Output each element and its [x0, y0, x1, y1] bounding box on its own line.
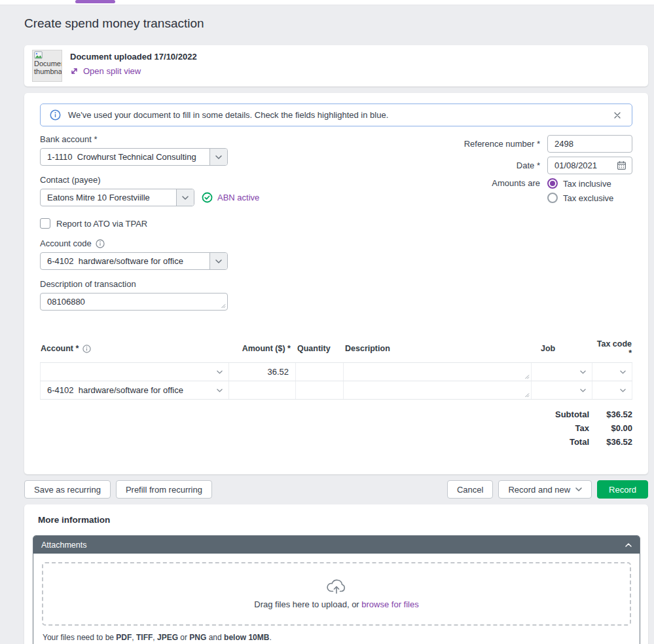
description-textarea[interactable]: 08106880: [40, 293, 228, 311]
abn-status-label: ABN active: [217, 193, 259, 202]
chevron-down-icon[interactable]: [580, 388, 586, 392]
attachments-header[interactable]: Attachments: [33, 536, 640, 554]
account-code-select[interactable]: 6-4102 hardware/software for office: [40, 252, 228, 270]
date-input-wrap: [547, 157, 632, 174]
chevron-down-icon[interactable]: [620, 370, 626, 374]
actions-bar: Save as recurring Prefill from recurring…: [24, 480, 648, 499]
contact-select[interactable]: Eatons Mitre 10 Forestviille: [40, 189, 194, 206]
quantity-cell[interactable]: [296, 381, 344, 399]
account-column-header: Account *: [40, 344, 229, 353]
record-button[interactable]: Record: [597, 480, 648, 499]
resize-handle-icon[interactable]: [496, 392, 530, 398]
contact-value: Eatons Mitre 10 Forestviille: [41, 189, 176, 206]
chevron-down-icon[interactable]: [217, 370, 223, 374]
tax-code-column-header: Tax code *: [592, 339, 632, 358]
bank-account-select[interactable]: 1-1110 Crowhurst Technical Consulting: [40, 148, 228, 166]
dropzone-text: Drag files here to upload, or browse for…: [254, 599, 418, 609]
line-items-table: Account * Amount ($) * Quantity Descript…: [40, 339, 632, 400]
active-tab-indicator: [75, 0, 115, 3]
cancel-button[interactable]: Cancel: [447, 480, 493, 499]
amounts-are-radio-group: Tax inclusive Tax exclusive: [547, 178, 632, 203]
prefill-from-recurring-button[interactable]: Prefill from recurring: [116, 480, 212, 499]
job-cell[interactable]: [532, 363, 592, 381]
document-info: Document uploaded 17/10/2022 Open split …: [70, 50, 197, 77]
chevron-down-icon: [575, 487, 582, 491]
description-cell[interactable]: [344, 381, 532, 399]
quantity-cell[interactable]: [296, 363, 344, 381]
reference-number-input[interactable]: [547, 135, 632, 153]
subtotal-value: $36.52: [598, 410, 632, 419]
total-value: $36.52: [598, 438, 632, 446]
attachments-panel: Attachments Drag files here to upload, o…: [33, 535, 640, 644]
info-banner: We've used your document to fill in some…: [40, 104, 632, 126]
bank-account-label: Bank account *: [40, 135, 367, 144]
tax-inclusive-option[interactable]: Tax inclusive: [547, 178, 632, 189]
tax-code-cell[interactable]: [592, 363, 632, 381]
file-dropzone[interactable]: Drag files here to upload, or browse for…: [42, 562, 631, 626]
browse-for-files-link[interactable]: browse for files: [361, 599, 418, 609]
chevron-down-icon[interactable]: [217, 388, 223, 392]
subtotal-label: Subtotal: [555, 410, 589, 419]
amount-cell[interactable]: [229, 381, 296, 399]
tpar-checkbox[interactable]: [40, 218, 50, 229]
document-thumbnail[interactable]: Document thumbnail: [32, 50, 62, 82]
record-and-new-button[interactable]: Record and new: [498, 480, 592, 499]
tax-row: Tax $0.00: [575, 424, 632, 432]
job-cell[interactable]: [532, 381, 592, 399]
req-text: .: [269, 633, 271, 642]
req-pdf: PDF: [116, 633, 132, 642]
req-jpeg: JPEG: [157, 633, 178, 642]
table-header-row: Account * Amount ($) * Quantity Descript…: [40, 339, 632, 362]
tax-value: $0.00: [598, 424, 632, 432]
description-column-header: Description: [344, 344, 532, 353]
chevron-up-icon[interactable]: [625, 543, 632, 547]
description-cell[interactable]: [344, 363, 532, 381]
chevron-down-icon[interactable]: [580, 370, 586, 374]
reference-number-row: Reference number *: [397, 135, 632, 153]
tax-exclusive-option[interactable]: Tax exclusive: [547, 193, 632, 203]
account-cell[interactable]: [40, 363, 229, 381]
chevron-down-icon[interactable]: [176, 189, 194, 206]
account-cell-value: 6-4102 hardware/software for office: [47, 385, 183, 395]
info-circle-icon[interactable]: [82, 345, 91, 353]
calendar-button[interactable]: [617, 161, 627, 170]
description-value: 08106880: [47, 297, 85, 307]
table-body: 36.52 6-4102 hardware/sof: [40, 362, 632, 400]
resize-handle-icon[interactable]: [496, 374, 530, 379]
date-input[interactable]: [554, 161, 617, 170]
save-as-recurring-button[interactable]: Save as recurring: [24, 480, 111, 499]
account-code-label-text: Account code: [40, 239, 92, 248]
info-circle-icon[interactable]: [96, 239, 105, 248]
abn-status-link[interactable]: ABN active: [202, 192, 259, 203]
chevron-down-icon[interactable]: [209, 253, 227, 269]
amount-cell[interactable]: 36.52: [229, 363, 296, 381]
tax-inclusive-label: Tax inclusive: [563, 179, 611, 189]
radio-selected-icon[interactable]: [547, 178, 558, 189]
amounts-are-row: Amounts are Tax inclusive Tax exclusive: [397, 178, 632, 203]
open-split-view-link[interactable]: Open split view: [70, 66, 141, 76]
check-circle-icon: [202, 192, 213, 203]
date-row: Date *: [397, 157, 632, 174]
top-tab-strip: [0, 0, 654, 5]
form-left-column: Bank account * 1-1110 Crowhurst Technica…: [40, 135, 367, 320]
open-split-view-label: Open split view: [83, 66, 141, 76]
banner-close-button[interactable]: [612, 110, 623, 121]
reference-number-label: Reference number *: [464, 139, 540, 149]
req-text: ,: [132, 633, 136, 642]
job-column-header: Job: [532, 344, 592, 353]
resize-handle-icon[interactable]: [192, 303, 226, 309]
tpar-checkbox-row[interactable]: Report to ATO via TPAR: [40, 218, 367, 229]
more-information-card: More information Attachments Drag files …: [24, 504, 648, 644]
form-grid: Bank account * 1-1110 Crowhurst Technica…: [40, 135, 632, 320]
chevron-down-icon[interactable]: [620, 388, 626, 392]
radio-unselected-icon[interactable]: [547, 193, 558, 203]
chevron-down-icon[interactable]: [209, 149, 227, 165]
account-cell[interactable]: 6-4102 hardware/software for office: [40, 381, 229, 399]
req-text: or: [178, 633, 189, 642]
document-card: Document thumbnail Document uploaded 17/…: [24, 45, 648, 86]
file-requirements: Your files need to be PDF, TIFF, JPEG or…: [42, 633, 631, 642]
document-uploaded-text: Document uploaded 17/10/2022: [70, 52, 197, 62]
tax-code-cell[interactable]: [592, 381, 632, 399]
contact-field: Contact (payee) Eatons Mitre 10 Forestvi…: [40, 176, 367, 206]
description-field: Description of transaction 08106880: [40, 280, 367, 311]
